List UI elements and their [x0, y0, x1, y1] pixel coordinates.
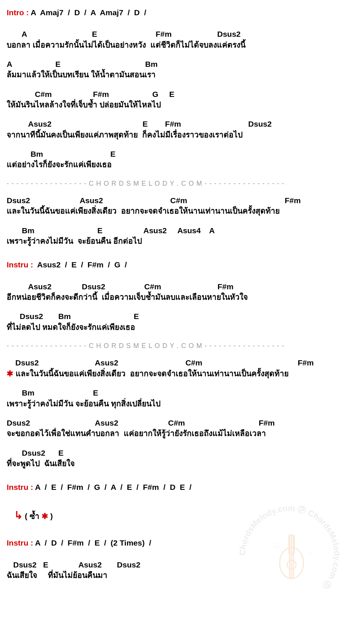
instru2-line: Instru : A / E / F#m / G / A / E / F#m /…: [7, 482, 357, 492]
lyric-line: ที่ไม่ลดไป หมดใจก็ยังจะรักแค่เพียงเธอ: [7, 322, 357, 332]
divider-2: - - - - - - - - - - - - - - - - - C H O …: [7, 341, 357, 350]
repeat-close: ): [48, 512, 53, 520]
chord-line: Asus2 E F#m Dsus2: [7, 119, 357, 129]
repeat-text: ( ซ้ำ: [23, 512, 42, 520]
lyric-line: ที่จะพูดไป ฉันเสียใจ: [7, 458, 357, 469]
chord-line: Bm E: [7, 388, 357, 398]
lyric-line: และในวันนี้ฉันขอแค่เพียงสิ่งเดียว อยากจะ…: [7, 206, 357, 216]
instru3-chords: A / D / F#m / E / (2 Times) /: [33, 538, 151, 547]
lyric-line: ล้มมาแล้วให้เป็นบทเรียน ให้น้ำตามันสอนเร…: [7, 69, 357, 80]
verse1-block-1: A E Bm ล้มมาแล้วให้เป็นบทเรียน ให้น้ำตาม…: [7, 59, 357, 80]
lyric-line: ฉันเสียใจ ที่มันไม่ย้อนคืนมา: [7, 570, 357, 580]
lyric-line: เพราะรู้ว่าคงไม่มีวัน จะย้อนคืน ทุกสิ่งเ…: [7, 398, 357, 409]
chorus2-block-0: Dsus2 Asus2 C#m F#m ✱ และในวันนี้ฉันขอแค…: [7, 358, 357, 379]
intro-line: Intro : A Amaj7 / D / A Amaj7 / D /: [7, 7, 357, 18]
lyric-line: จากนาทีนี้มันคงเป็นเพียงแค่ภาพสุดท้าย ก็…: [7, 130, 357, 140]
chord-line: Dsus2 E Asus2 Dsus2: [7, 560, 357, 570]
chorus1-block-0: Dsus2 Asus2 C#m F#m และในวันนี้ฉันขอแค่เ…: [7, 195, 357, 217]
outro-block-0: Dsus2 E Asus2 Dsus2 ฉันเสียใจ ที่มันไม่ย…: [7, 560, 357, 581]
verse2-block-0: Asus2 Dsus2 C#m F#m อีกหน่อยชีวิตก็คงจะด…: [7, 282, 357, 303]
intro-chords: A Amaj7 / D / A Amaj7 / D /: [29, 8, 146, 17]
chord-line: Asus2 Dsus2 C#m F#m: [7, 282, 357, 292]
repeat-arrow-icon: ↳: [14, 510, 23, 521]
chord-line: Bm E: [7, 149, 357, 159]
lyric-line: แต่อย่างไรก็ยังจะรักแค่เพียงเธอ: [7, 159, 357, 170]
lyric-line: เพราะรู้ว่าคงไม่มีวัน จะย้อนคืน อีกต่อไป: [7, 236, 357, 246]
repeat-line: ↳ ( ซ้ำ ✱ ): [7, 508, 357, 523]
instru1-label: Instru :: [7, 260, 33, 269]
chord-line: Dsus2 Bm E: [7, 311, 357, 322]
chord-line: Dsus2 Asus2 C#m F#m: [7, 418, 357, 428]
verse1-block-0: A E F#m Dsus2 บอกลา เมื่อความรักนั้นไม่ไ…: [7, 29, 357, 50]
intro-label: Intro :: [7, 8, 29, 17]
chorus2-block-2: Dsus2 Asus2 C#m F#m จะขอกอดไว้เพื่อใช่แท…: [7, 418, 357, 439]
chord-line: A E F#m Dsus2: [7, 29, 357, 39]
lyric-line: บอกลา เมื่อความรักนั้นไม่ได้เป็นอย่างหวั…: [7, 40, 357, 50]
instru1-line: Instru : Asus2 / E / F#m / G /: [7, 260, 357, 270]
chord-line: Dsus2 Asus2 C#m F#m: [7, 358, 357, 368]
verse1-block-3: Asus2 E F#m Dsus2 จากนาทีนี้มันคงเป็นเพี…: [7, 119, 357, 140]
repeat-star-icon: ✱: [42, 512, 48, 520]
chorus1-block-1: Bm E Asus2 Asus4 A เพราะรู้ว่าคงไม่มีวัน…: [7, 225, 357, 247]
chord-line: C#m F#m G E: [7, 89, 357, 100]
lyric-text: และในวันนี้ฉันขอแค่เพียงสิ่งเดียว อยากจะ…: [13, 369, 289, 378]
lyric-line: จะขอกอดไว้เพื่อใช่แทนคำบอกลา แค่อยากให้ร…: [7, 428, 357, 439]
lyric-line: ให้มันรินไหลล้างใจที่เจ็บช้ำ ปล่อยมันให้…: [7, 100, 357, 110]
chord-line: Dsus2 Asus2 C#m F#m: [7, 195, 357, 206]
verse2-block-1: Dsus2 Bm E ที่ไม่ลดไป หมดใจก็ยังจะรักแค่…: [7, 311, 357, 332]
instru2-label: Instru :: [7, 483, 33, 491]
chord-line: Dsus2 E: [7, 448, 357, 458]
verse1-block-4: Bm E แต่อย่างไรก็ยังจะรักแค่เพียงเธอ: [7, 149, 357, 170]
instru2-chords: A / E / F#m / G / A / E / F#m / D E /: [33, 483, 191, 491]
instru3-line: Instru : A / D / F#m / E / (2 Times) /: [7, 538, 357, 548]
lyric-line: ✱ และในวันนี้ฉันขอแค่เพียงสิ่งเดียว อยาก…: [7, 368, 357, 379]
chord-line: A E Bm: [7, 59, 357, 69]
repeat-marker-icon: ✱: [7, 369, 13, 378]
chorus2-block-1: Bm E เพราะรู้ว่าคงไม่มีวัน จะย้อนคืน ทุก…: [7, 388, 357, 409]
instru1-chords: Asus2 / E / F#m / G /: [33, 260, 127, 269]
svg-text:♪: ♪: [308, 548, 312, 557]
chord-line: Bm E Asus2 Asus4 A: [7, 225, 357, 236]
lyric-line: อีกหน่อยชีวิตก็คงจะดีกว่านี้ เมื่อความเจ…: [7, 292, 357, 302]
divider-1: - - - - - - - - - - - - - - - - - C H O …: [7, 179, 357, 188]
chorus2-block-3: Dsus2 E ที่จะพูดไป ฉันเสียใจ: [7, 448, 357, 469]
verse1-block-2: C#m F#m G E ให้มันรินไหลล้างใจที่เจ็บช้ำ…: [7, 89, 357, 110]
instru3-label: Instru :: [7, 538, 33, 547]
